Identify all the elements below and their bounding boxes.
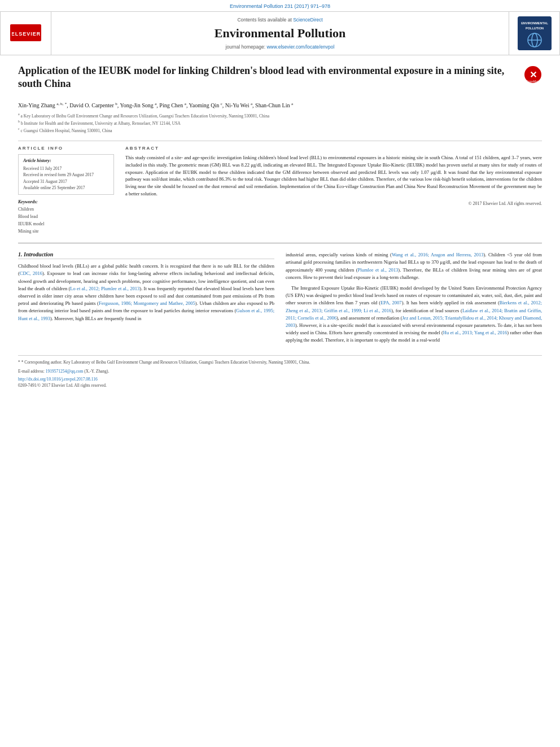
keywords-list: Children Blood lead IEUBK model Mining s… [18, 206, 114, 235]
journal-header: ELSEVIER Contents lists available at Sci… [0, 12, 560, 55]
article-history-box: Article history: Received 11 July 2017 R… [18, 154, 114, 195]
body-para-2: industrial areas, especially various kin… [286, 251, 542, 281]
article-info-label: ARTICLE INFO [18, 146, 114, 151]
elsevier-icon: ELSEVIER [10, 24, 41, 41]
svg-text:POLLUTION: POLLUTION [526, 27, 544, 30]
body-right-text: industrial areas, especially various kin… [286, 251, 542, 344]
body-left-column: 1. Introduction Childhood blood lead lev… [18, 251, 274, 347]
ref-fergusson-montgomery[interactable]: Fergusson, 1986; Montgomery and Mathee, … [99, 300, 195, 306]
sciencedirect-link[interactable]: ScienceDirect [293, 17, 322, 23]
svg-text:✕: ✕ [530, 70, 537, 80]
crossmark-badge: ✕ CrossMark [524, 65, 542, 84]
available-date: Available online 25 September 2017 [23, 185, 109, 191]
article-meta-row: ARTICLE INFO Article history: Received 1… [18, 146, 542, 235]
author-qin: Yaoming Qin [189, 102, 221, 108]
author-chen: Ping Chen [159, 102, 184, 108]
author-lin: Shan-Chun Lin [255, 102, 291, 108]
abstract-column: ABSTRACT This study consisted of a site-… [125, 146, 542, 235]
sciencedirect-line: Contents lists available at ScienceDirec… [237, 17, 322, 23]
abstract-copyright: © 2017 Elsevier Ltd. All rights reserved… [125, 201, 542, 206]
body-divider [18, 243, 542, 243]
article-info-column: ARTICLE INFO Article history: Received 1… [18, 146, 114, 235]
journal-title: Environmental Pollution [215, 26, 345, 41]
footer-doi[interactable]: http://dx.doi.org/10.1016/j.envpol.2017.… [18, 377, 542, 382]
article-history-label: Article history: [23, 158, 109, 163]
affiliation-c: c c Guangxi Children Hospital, Nanning 5… [18, 126, 542, 134]
authors-line: Xin-Ying Zhang a, b, *, David O. Carpent… [18, 101, 542, 110]
ep-logo: ENVIRONMENTAL POLLUTION [518, 16, 552, 50]
footer-corresponding-author: * * Corresponding author. Key Laboratory… [18, 359, 542, 365]
ref-epa-2007[interactable]: EPA, 2007 [380, 300, 401, 305]
body-right-column: industrial areas, especially various kin… [286, 251, 542, 347]
svg-text:ENVIRONMENTAL: ENVIRONMENTAL [521, 21, 548, 25]
article-title: Application of the IEUBK model for linki… [18, 64, 518, 91]
keywords-label: Keywords: [18, 199, 114, 204]
title-row: Application of the IEUBK model for linki… [18, 64, 542, 97]
author-xin-ying: Xin-Ying Zhang [18, 102, 56, 108]
section1-heading: 1. Introduction [18, 251, 274, 259]
affiliation-a: a a Key Laboratory of Beibu Gulf Environ… [18, 112, 542, 119]
journal-reference-text: Environmental Pollution 231 (2017) 971–9… [230, 3, 330, 9]
keyword-3: IEUBK model [18, 221, 114, 228]
footer-email: E-mail address: 1919571254@qq.com (X.-Y.… [18, 368, 542, 374]
journal-reference-bar: Environmental Pollution 231 (2017) 971–9… [0, 0, 560, 12]
ref-gulson-hunt[interactable]: Gulson et al., 1995; Hunt et al., 1993 [18, 308, 274, 321]
journal-header-center: Contents lists available at ScienceDirec… [51, 12, 509, 55]
body-left-text: Childhood blood lead levels (BLLs) are a… [18, 263, 274, 322]
ref-hu-yang[interactable]: Hu et al., 2013; Yang et al., 2016 [443, 330, 507, 335]
ref-plumlee-2013[interactable]: Plumlee et al., 2013 [358, 267, 399, 273]
journal-homepage-line: journal homepage: www.elsevier.com/locat… [226, 44, 335, 50]
affiliation-b: b b Institute for Health and the Environ… [18, 119, 542, 126]
ref-cdc-2016[interactable]: CDC, 2016 [20, 270, 42, 276]
ref-wang-aragon[interactable]: Wang et al., 2016; Aragon and Herrera, 2… [392, 252, 484, 257]
affiliations: a a Key Laboratory of Beibu Gulf Environ… [18, 112, 542, 134]
author-song: Yong-Jin Song [120, 102, 155, 108]
author-carpenter: David O. Carpenter [69, 102, 115, 108]
page-wrapper: Environmental Pollution 231 (2017) 971–9… [0, 0, 560, 397]
journal-logo-area: ENVIRONMENTAL POLLUTION [509, 12, 559, 55]
elsevier-logo: ELSEVIER [10, 24, 41, 42]
footer-issn: 0269-7491/© 2017 Elsevier Ltd. All right… [18, 383, 542, 388]
ref-lo-plumlee[interactable]: Lo et al., 2012; Plumlee et al., 2013 [70, 286, 139, 291]
body-para-1: Childhood blood lead levels (BLLs) are a… [18, 263, 274, 322]
revised-label: Received in revised form 29 August 2017 [23, 172, 109, 178]
article-footer: * * Corresponding author. Key Laboratory… [18, 355, 542, 388]
elsevier-logo-area: ELSEVIER [1, 12, 51, 55]
keyword-4: Mining site [18, 228, 114, 235]
keyword-2: Blood lead [18, 213, 114, 221]
header-divider [18, 141, 542, 141]
abstract-label: ABSTRACT [125, 146, 542, 151]
body-columns: 1. Introduction Childhood blood lead lev… [18, 251, 542, 347]
body-para-3: The Integrated Exposure Uptake Bio-Kinet… [286, 285, 542, 344]
journal-homepage-url[interactable]: www.elsevier.com/locate/envpol [266, 44, 334, 50]
svg-text:CrossMark: CrossMark [526, 80, 540, 83]
abstract-text: This study consisted of a site- and age-… [125, 154, 542, 198]
accepted-date: Accepted 31 August 2017 [23, 178, 109, 185]
keywords-box: Keywords: Children Blood lead IEUBK mode… [18, 199, 114, 235]
svg-text:ELSEVIER: ELSEVIER [12, 31, 40, 37]
author-wei: Ni-Yu Wei [225, 102, 251, 108]
received-date: Received 11 July 2017 [23, 165, 109, 172]
footer-email-address[interactable]: 1919571254@qq.com [46, 369, 84, 374]
keyword-1: Children [18, 206, 114, 213]
article-content: Application of the IEUBK model for linki… [0, 55, 560, 397]
